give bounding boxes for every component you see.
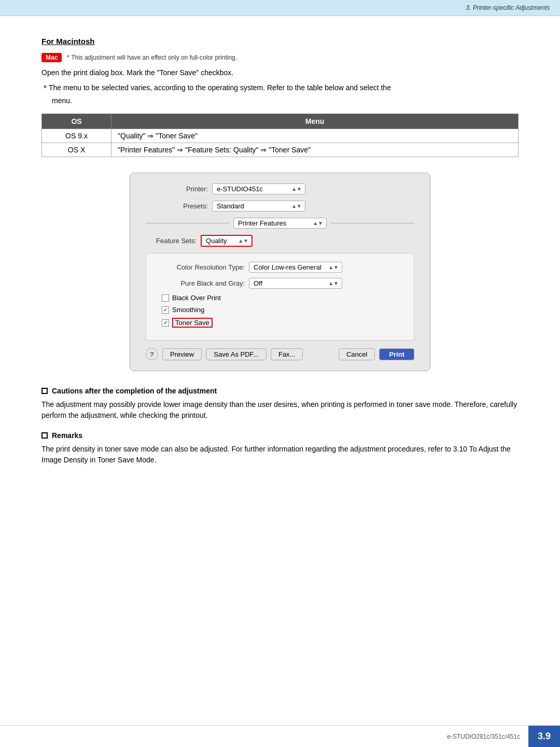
- body-text-1: Open the print dialog box. Mark the "Ton…: [41, 67, 519, 78]
- footer-bar: e-STUDIO281c/351c/451c 3.9: [0, 725, 560, 747]
- color-res-value: Color Low-res General: [254, 263, 321, 271]
- mac-note-row: Mac * This adjustment will have an effec…: [41, 53, 519, 62]
- printer-arrow-icon: ▲▼: [291, 186, 302, 192]
- os-menu-table: OS Menu OS 9.x "Quality" ⇒ "Toner Save" …: [41, 114, 519, 157]
- features-divider-row: Printer Features ▲▼: [146, 218, 414, 229]
- printer-row: Printer: e-STUDIO451c ▲▼: [146, 184, 414, 194]
- os-cell-1: OS 9.x: [42, 129, 111, 143]
- feature-sets-value: Quality: [206, 237, 227, 245]
- cautions-text: The adjustment may possibly provide lowe…: [41, 399, 519, 421]
- footer-model: e-STUDIO281c/351c/451c: [439, 728, 528, 745]
- mac-note-text: * This adjustment will have an effect on…: [67, 54, 237, 61]
- pure-black-select[interactable]: Off ▲▼: [249, 278, 342, 289]
- color-res-select[interactable]: Color Low-res General ▲▼: [249, 262, 342, 273]
- help-button[interactable]: ?: [146, 348, 158, 360]
- page-content: For Macintosh Mac * This adjustment will…: [0, 16, 560, 495]
- cautions-heading: Cautions after the completion of the adj…: [41, 387, 519, 395]
- pure-black-row: Pure Black and Gray: Off ▲▼: [157, 278, 403, 289]
- presets-row: Presets: Standard ▲▼: [146, 201, 414, 212]
- col-menu-header: Menu: [111, 114, 519, 129]
- cautions-section: Cautions after the completion of the adj…: [41, 387, 519, 421]
- presets-arrow-icon: ▲▼: [291, 203, 302, 209]
- os-cell-2: OS X: [42, 143, 111, 157]
- black-over-print-label: Black Over Print: [172, 294, 221, 302]
- printer-select[interactable]: e-STUDIO451c ▲▼: [212, 184, 305, 194]
- color-res-label: Color Resolution Type:: [157, 263, 245, 271]
- dialog-button-bar: ? Preview Save As PDF... Fax... Cancel P…: [146, 348, 414, 360]
- col-os-header: OS: [42, 114, 111, 129]
- cautions-heading-text: Cautions after the completion of the adj…: [52, 387, 217, 395]
- remarks-text: The print density in toner save mode can…: [41, 444, 519, 466]
- features-arrow-icon: ▲▼: [313, 220, 323, 226]
- macintosh-heading: For Macintosh: [41, 37, 519, 46]
- pure-black-value: Off: [254, 279, 262, 287]
- feature-sets-select[interactable]: Quality ▲▼: [201, 235, 253, 247]
- color-res-arrow-icon: ▲▼: [328, 264, 339, 270]
- feature-sets-row: Feature Sets: Quality ▲▼: [156, 235, 414, 247]
- feature-sets-arrow-icon: ▲▼: [238, 238, 248, 244]
- printer-features-value: Printer Features: [238, 219, 286, 227]
- remarks-checkbox-icon: [41, 432, 48, 439]
- table-row: OS X "Printer Features" ⇒ "Feature Sets:…: [42, 143, 519, 157]
- asterisk-text: ＊The menu to be selected varies, accordi…: [41, 82, 519, 93]
- preview-button[interactable]: Preview: [162, 348, 202, 360]
- black-over-print-row: Black Over Print: [162, 294, 403, 302]
- presets-select[interactable]: Standard ▲▼: [212, 201, 305, 212]
- save-as-pdf-button[interactable]: Save As PDF...: [206, 348, 267, 360]
- printer-value: e-STUDIO451c: [217, 185, 263, 193]
- indent-text: menu.: [52, 95, 519, 106]
- divider-line-right: [331, 223, 414, 223]
- cancel-button[interactable]: Cancel: [339, 348, 375, 360]
- presets-value: Standard: [217, 202, 244, 210]
- toner-save-checkbox[interactable]: ✓: [162, 319, 169, 327]
- header-text: 3. Printer-specific Adjustments: [466, 4, 550, 11]
- remarks-section: Remarks The print density in toner save …: [41, 431, 519, 466]
- toner-save-row: ✓ Toner Save: [162, 318, 403, 328]
- mac-badge: Mac: [41, 53, 62, 62]
- menu-cell-1: "Quality" ⇒ "Toner Save": [111, 129, 519, 143]
- footer-page: 3.9: [528, 726, 560, 747]
- print-dialog: Printer: e-STUDIO451c ▲▼ Presets: Standa…: [130, 173, 430, 371]
- divider-line-left: [146, 223, 229, 223]
- pure-black-label: Pure Black and Gray:: [157, 279, 245, 287]
- header-bar: 3. Printer-specific Adjustments: [0, 0, 560, 16]
- color-res-row: Color Resolution Type: Color Low-res Gen…: [157, 262, 403, 273]
- printer-label: Printer:: [146, 185, 208, 193]
- smoothing-row: ✓ Smoothing: [162, 306, 403, 314]
- remarks-heading: Remarks: [41, 431, 519, 440]
- toner-save-label: Toner Save: [172, 318, 213, 328]
- feature-sets-label: Feature Sets:: [156, 237, 197, 245]
- black-over-print-checkbox[interactable]: [162, 294, 169, 302]
- remarks-heading-text: Remarks: [52, 431, 82, 440]
- fax-button[interactable]: Fax...: [271, 348, 303, 360]
- print-button[interactable]: Print: [379, 348, 414, 360]
- presets-label: Presets:: [146, 202, 208, 210]
- smoothing-label: Smoothing: [172, 306, 204, 314]
- pure-black-arrow-icon: ▲▼: [328, 280, 339, 286]
- menu-cell-2: "Printer Features" ⇒ "Feature Sets: Qual…: [111, 143, 519, 157]
- cautions-checkbox-icon: [41, 388, 48, 394]
- table-row: OS 9.x "Quality" ⇒ "Toner Save": [42, 129, 519, 143]
- inner-panel: Color Resolution Type: Color Low-res Gen…: [146, 253, 414, 341]
- printer-features-select[interactable]: Printer Features ▲▼: [233, 218, 327, 229]
- smoothing-checkbox[interactable]: ✓: [162, 306, 169, 314]
